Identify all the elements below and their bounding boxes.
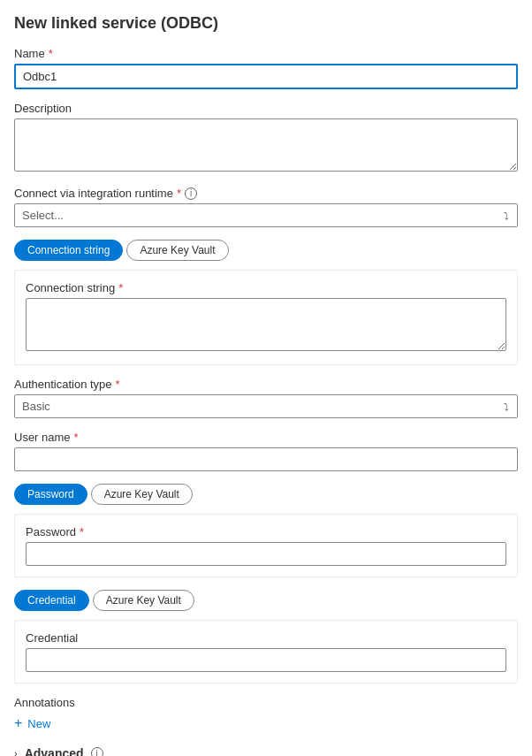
connection-string-input[interactable]	[26, 298, 506, 351]
integration-runtime-select-wrapper: Select... ⤵	[14, 203, 518, 227]
password-required-star: *	[80, 525, 84, 538]
credential-section: Credential	[14, 620, 518, 683]
username-field-group: User name *	[14, 431, 518, 471]
username-input[interactable]	[14, 447, 518, 471]
annotations-label: Annotations	[14, 696, 518, 709]
add-new-label: New	[27, 717, 50, 730]
tab-connection-string[interactable]: Connection string	[14, 240, 123, 261]
advanced-chevron-icon: ›	[14, 748, 18, 756]
connection-string-label: Connection string *	[26, 281, 506, 294]
page-title: New linked service (ODBC)	[14, 14, 518, 33]
advanced-info-icon[interactable]: i	[91, 747, 103, 756]
add-annotation-button[interactable]: + New	[14, 713, 50, 734]
advanced-section[interactable]: › Advanced i	[14, 746, 518, 756]
auth-type-field-group: Authentication type * Basic Anonymous Wi…	[14, 378, 518, 418]
description-input[interactable]	[14, 118, 518, 172]
annotations-section: Annotations + New	[14, 696, 518, 734]
name-input[interactable]	[14, 64, 518, 89]
tab-password[interactable]: Password	[14, 484, 87, 505]
credential-label: Credential	[26, 631, 506, 645]
integration-runtime-info-icon[interactable]: i	[185, 187, 197, 200]
credential-input[interactable]	[26, 648, 506, 672]
auth-type-label: Authentication type *	[14, 378, 518, 391]
tab-azure-key-vault-credential[interactable]: Azure Key Vault	[93, 590, 194, 611]
password-input[interactable]	[26, 542, 506, 566]
description-field-group: Description	[14, 102, 518, 174]
description-label: Description	[14, 102, 518, 115]
credential-tab-group: Credential Azure Key Vault	[14, 590, 518, 611]
tab-credential[interactable]: Credential	[14, 590, 89, 611]
plus-icon: +	[14, 716, 22, 730]
name-label: Name *	[14, 47, 518, 60]
connection-tab-group: Connection string Azure Key Vault	[14, 240, 518, 261]
integration-runtime-field-group: Connect via integration runtime * i Sele…	[14, 187, 518, 227]
username-required-star: *	[74, 431, 79, 444]
auth-type-required-star: *	[116, 378, 120, 391]
name-field-group: Name *	[14, 47, 518, 89]
advanced-label: Advanced	[25, 746, 84, 756]
integration-runtime-label: Connect via integration runtime * i	[14, 187, 518, 200]
password-label: Password *	[26, 525, 506, 538]
tab-azure-key-vault-password[interactable]: Azure Key Vault	[91, 484, 193, 505]
auth-type-select-wrapper: Basic Anonymous Windows ⤵	[14, 394, 518, 418]
name-required-star: *	[49, 47, 53, 60]
integration-runtime-required-star: *	[177, 187, 181, 200]
integration-runtime-select[interactable]: Select...	[14, 203, 518, 227]
password-section: Password *	[14, 514, 518, 577]
tab-azure-key-vault-connection[interactable]: Azure Key Vault	[126, 240, 228, 261]
connection-string-required-star: *	[118, 281, 123, 294]
connection-string-section: Connection string *	[14, 270, 518, 365]
auth-type-select[interactable]: Basic Anonymous Windows	[14, 394, 518, 418]
username-label: User name *	[14, 431, 518, 444]
password-tab-group: Password Azure Key Vault	[14, 484, 518, 505]
